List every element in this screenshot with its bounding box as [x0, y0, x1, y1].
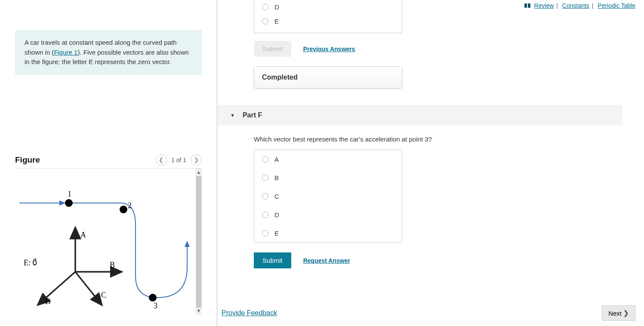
- completed-box: Completed: [254, 66, 402, 89]
- radio-icon: [262, 175, 268, 181]
- option-label: C: [274, 193, 279, 200]
- option-d[interactable]: D: [254, 206, 402, 224]
- part-title: Part F: [243, 111, 262, 119]
- svg-line-11: [75, 272, 101, 304]
- option-e[interactable]: E: [254, 224, 402, 243]
- figure-next-button[interactable]: ❯: [191, 154, 202, 166]
- top-links: Review | Constants | Periodic Table: [524, 2, 635, 9]
- radio-icon: [262, 4, 268, 10]
- radio-icon: [262, 18, 268, 25]
- option-label: B: [274, 174, 279, 181]
- svg-text:E: 0⃗: E: 0⃗: [24, 258, 37, 267]
- radio-icon: [262, 212, 268, 218]
- option-c[interactable]: C: [254, 187, 402, 206]
- book-icon: [524, 3, 531, 9]
- radio-icon: [262, 230, 268, 237]
- svg-line-13: [39, 272, 75, 304]
- option-label: E: [274, 230, 279, 237]
- request-answer-link[interactable]: Request Answer: [303, 257, 350, 264]
- svg-text:B: B: [110, 261, 115, 269]
- submit-button-disabled: Submit: [254, 41, 291, 57]
- radio-icon: [262, 193, 268, 200]
- problem-intro: A car travels at constant speed along th…: [15, 30, 202, 75]
- scroll-up-icon[interactable]: ▲: [197, 169, 201, 176]
- scroll-down-icon[interactable]: ▼: [197, 308, 201, 314]
- figure-canvas: 1 2 3 A B C D E: 0⃗: [15, 169, 196, 315]
- option-b[interactable]: B: [254, 169, 402, 187]
- partf-options-box: A B C D E: [254, 150, 402, 243]
- option-a[interactable]: A: [254, 150, 402, 169]
- figure-prev-button[interactable]: ❮: [156, 154, 167, 166]
- chevron-right-icon: ❯: [623, 309, 629, 317]
- question-text: Which vector best represents the car's a…: [254, 135, 635, 143]
- svg-text:C: C: [101, 291, 106, 299]
- option-label: D: [274, 3, 279, 11]
- figure-title: Figure: [15, 155, 40, 165]
- constants-link[interactable]: Constants: [562, 2, 589, 9]
- svg-point-1: [65, 199, 73, 207]
- svg-text:3: 3: [154, 301, 157, 310]
- figure-link[interactable]: Figure 1: [54, 49, 77, 56]
- prev-option-e[interactable]: E: [254, 14, 402, 28]
- provide-feedback-link[interactable]: Provide Feedback: [222, 309, 277, 317]
- svg-point-3: [120, 206, 127, 213]
- review-link[interactable]: Review: [534, 2, 554, 9]
- submit-button[interactable]: Submit: [254, 252, 291, 268]
- svg-point-5: [149, 294, 157, 301]
- figure-scrollbar[interactable]: ▲ ▼: [196, 169, 202, 315]
- svg-text:A: A: [80, 231, 86, 239]
- prev-options-box: D E: [254, 0, 402, 33]
- scroll-thumb[interactable]: [196, 176, 201, 308]
- option-label: A: [274, 156, 279, 163]
- svg-text:1: 1: [68, 190, 71, 198]
- svg-text:2: 2: [128, 201, 132, 210]
- collapse-icon: ▼: [230, 113, 235, 118]
- previous-answers-link[interactable]: Previous Answers: [303, 46, 355, 52]
- next-label: Next: [608, 310, 622, 317]
- figure-page-indicator: 1 of 1: [171, 157, 186, 163]
- next-button[interactable]: Next ❯: [602, 305, 635, 321]
- option-label: E: [274, 18, 279, 25]
- prev-option-d[interactable]: D: [254, 0, 402, 14]
- part-f-header[interactable]: ▼ Part F: [217, 105, 622, 125]
- radio-icon: [262, 156, 268, 163]
- periodic-link[interactable]: Periodic Table: [598, 2, 635, 9]
- svg-text:D: D: [45, 297, 51, 306]
- option-label: D: [274, 211, 279, 218]
